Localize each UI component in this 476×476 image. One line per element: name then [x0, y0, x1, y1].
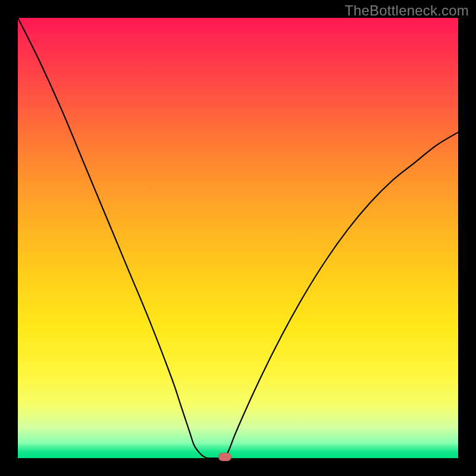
chart-frame: TheBottleneck.com: [0, 0, 476, 476]
min-point-marker: [218, 453, 231, 461]
bottleneck-curve: [18, 18, 458, 459]
curve-svg: [18, 18, 458, 458]
plot-area: [18, 18, 458, 458]
watermark-text: TheBottleneck.com: [345, 2, 469, 19]
